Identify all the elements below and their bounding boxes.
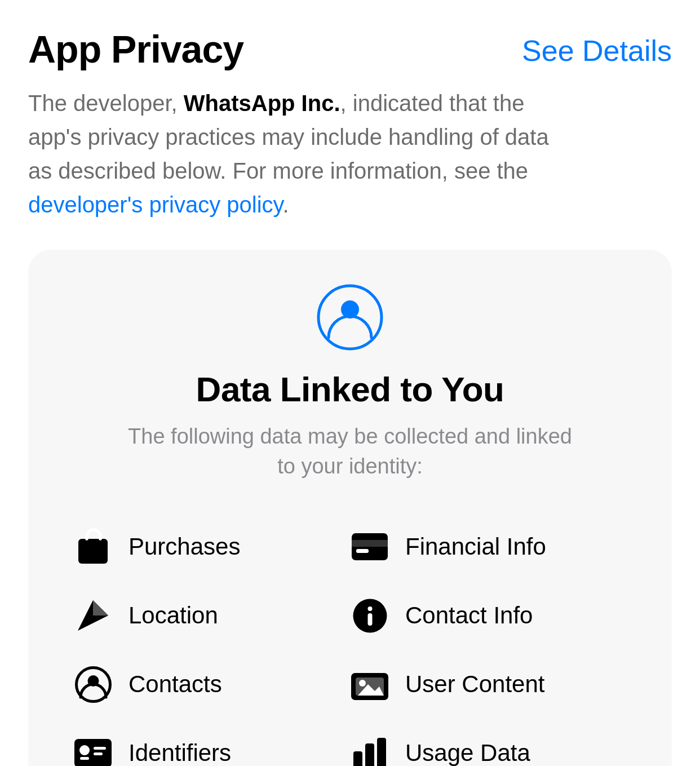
- card-title: Data Linked to You: [196, 369, 504, 409]
- photo-frame-icon: [350, 665, 389, 704]
- svg-rect-6: [356, 549, 369, 553]
- svg-marker-8: [93, 600, 108, 616]
- svg-point-19: [79, 745, 90, 755]
- info-circle-icon: [350, 596, 389, 635]
- see-details-link[interactable]: See Details: [522, 28, 672, 68]
- list-item: User Content: [350, 650, 627, 719]
- description-end: .: [283, 192, 289, 217]
- app-privacy-description: The developer, WhatsApp Inc., indicated …: [28, 86, 569, 222]
- card-header-icon: [316, 284, 384, 353]
- description-prefix: The developer,: [28, 91, 184, 116]
- svg-point-16: [359, 680, 366, 687]
- list-item: Location: [73, 581, 350, 650]
- privacy-policy-link[interactable]: developer's privacy policy: [28, 192, 283, 217]
- page-title: App Privacy: [28, 28, 243, 70]
- svg-rect-25: [377, 738, 386, 766]
- svg-rect-11: [367, 613, 372, 626]
- usage-data-label: Usage Data: [405, 739, 530, 766]
- bar-chart-icon: [350, 733, 389, 766]
- contacts-label: Contacts: [129, 670, 222, 698]
- person-circle-icon: [73, 665, 113, 704]
- person-linked-icon: [316, 284, 384, 351]
- shopping-bag-icon: [73, 527, 113, 566]
- data-items-grid: Purchases Financial Info L: [62, 512, 638, 766]
- list-item: Purchases: [73, 512, 350, 581]
- list-item: Financial Info: [350, 512, 627, 581]
- svg-rect-20: [80, 757, 89, 760]
- svg-rect-21: [94, 747, 106, 750]
- identifiers-label: Identifiers: [129, 739, 231, 766]
- svg-rect-22: [94, 752, 103, 755]
- list-item: Contact Info: [350, 581, 627, 650]
- data-linked-card: Data Linked to You The following data ma…: [28, 250, 672, 766]
- svg-rect-2: [78, 539, 108, 564]
- id-card-icon: [73, 733, 113, 766]
- financial-info-label: Financial Info: [405, 533, 546, 561]
- svg-rect-24: [365, 743, 374, 766]
- list-item: Usage Data: [350, 719, 627, 766]
- user-content-label: User Content: [405, 670, 544, 698]
- svg-point-10: [367, 606, 372, 611]
- list-item: Identifiers: [73, 719, 350, 766]
- card-subtitle: The following data may be collected and …: [125, 422, 575, 481]
- list-item: Contacts: [73, 650, 350, 719]
- svg-rect-23: [353, 751, 362, 766]
- location-arrow-icon: [73, 596, 113, 635]
- page-header: App Privacy See Details: [28, 23, 672, 70]
- location-label: Location: [129, 601, 218, 630]
- developer-name: WhatsApp Inc.: [184, 91, 340, 116]
- contact-info-label: Contact Info: [405, 601, 533, 630]
- svg-rect-5: [352, 540, 388, 547]
- purchases-label: Purchases: [129, 533, 240, 561]
- credit-card-icon: [350, 527, 389, 566]
